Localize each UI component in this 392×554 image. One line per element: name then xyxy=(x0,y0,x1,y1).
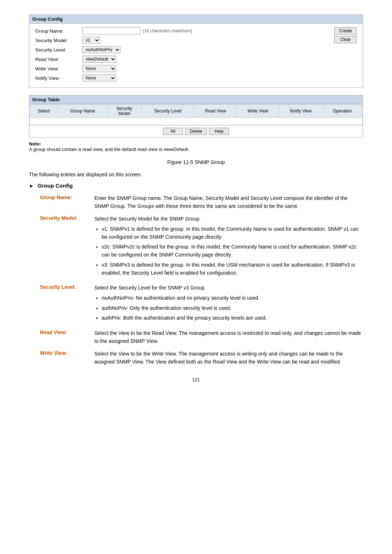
notify-view-control: None viewDefault xyxy=(82,74,334,82)
delete-button[interactable]: Delete xyxy=(185,128,207,135)
group-config-panel: Group Config Group Name: (16 characters … xyxy=(29,15,363,88)
def-desc-write-view: Select the View to be the Write View. Th… xyxy=(94,350,363,366)
all-button[interactable]: All xyxy=(163,128,183,135)
def-term-security-model: Security Model: xyxy=(29,215,87,279)
def-term-read-view: Read View: xyxy=(29,329,87,345)
section-heading-text: Group Config xyxy=(38,182,73,189)
list-item-noauthnopriv: noAuthNoPriv: No authentication and no p… xyxy=(102,294,363,302)
page-number: 121 xyxy=(29,377,363,382)
def-desc-read-view: Select the View to be the Read View. The… xyxy=(94,329,363,345)
def-term-write-view: Write View: xyxy=(29,350,87,366)
read-view-label: Read View: xyxy=(35,57,82,62)
security-level-row: Security Level: noAuthNoPriv authNoPriv … xyxy=(35,46,334,53)
security-model-select[interactable]: v1 v2c v3 xyxy=(82,37,100,44)
read-view-row: Read View: viewDefault None xyxy=(35,56,334,63)
notify-view-select[interactable]: None viewDefault xyxy=(82,74,116,82)
col-security-model: SecurityModel xyxy=(107,104,142,118)
section-arrow-icon: ► xyxy=(29,183,34,189)
def-desc-security-level: Select the Security Level for the SNMP v… xyxy=(94,284,363,324)
group-name-control: (16 characters maximum) xyxy=(82,27,334,34)
section-heading: ► Group Config xyxy=(29,182,363,189)
write-view-label: Write View: xyxy=(35,66,82,71)
write-view-control: None viewDefault xyxy=(82,65,334,72)
def-row-read-view: Read View: Select the View to be the Rea… xyxy=(29,329,363,345)
note-title: Note: xyxy=(29,141,41,147)
group-table: Select Group Name SecurityModel Security… xyxy=(29,104,363,125)
list-item-v2c: v2c: SNMPv2c is defined for the group. I… xyxy=(102,243,363,259)
read-view-select[interactable]: viewDefault None xyxy=(82,56,116,63)
list-item-v3: v3: SNMPv3 is defined for the group. In … xyxy=(102,261,363,277)
security-level-label: Security Level: xyxy=(35,47,82,53)
write-view-select[interactable]: None viewDefault xyxy=(82,65,116,72)
read-view-control: viewDefault None xyxy=(82,56,334,63)
col-operation: Operation xyxy=(323,104,362,118)
figure-caption: Figure 11-5 SNMP Group xyxy=(29,159,363,165)
col-write-view: Write View xyxy=(237,104,279,118)
security-level-select[interactable]: noAuthNoPriv authNoPriv authPriv xyxy=(82,46,121,53)
group-name-input[interactable] xyxy=(82,27,140,34)
list-item-authpriv: authPriv: Both the authentication and th… xyxy=(102,314,363,322)
def-row-write-view: Write View: Select the View to be the Wr… xyxy=(29,350,363,366)
security-level-control: noAuthNoPriv authNoPriv authPriv xyxy=(82,46,334,53)
def-row-group-name: Group Name: Enter the SNMP Group name. T… xyxy=(29,194,363,210)
def-row-security-model: Security Model: Select the Security Mode… xyxy=(29,215,363,279)
write-view-row: Write View: None viewDefault xyxy=(35,65,334,72)
group-table-title: Group Table xyxy=(29,95,363,104)
notify-view-label: Notify View: xyxy=(35,75,82,81)
col-select: Select xyxy=(30,104,58,118)
list-item-authnopriv: authNoPriv: Only the authentication secu… xyxy=(102,304,363,312)
def-desc-security-model: Select the Security Model for the SNMP G… xyxy=(94,215,363,279)
def-term-group-name: Group Name: xyxy=(29,194,87,210)
notify-view-row: Notify View: None viewDefault xyxy=(35,74,334,82)
create-button[interactable]: Create xyxy=(334,27,357,34)
security-model-label: Security Model: xyxy=(35,38,82,43)
group-config-panel-body: Group Name: (16 characters maximum) Secu… xyxy=(29,24,363,87)
security-model-row: Security Model: v1 v2c v3 xyxy=(35,37,334,44)
note-section: Note: A group should contain a read view… xyxy=(29,141,363,152)
col-notify-view: Notify View xyxy=(279,104,323,118)
table-action-buttons: All Delete Help xyxy=(29,125,363,137)
definitions-table: Group Name: Enter the SNMP Group name. T… xyxy=(29,194,363,366)
note-text: A group should contain a read view, and … xyxy=(29,147,363,152)
def-row-security-level: Security Level: Select the Security Leve… xyxy=(29,284,363,324)
def-desc-group-name: Enter the SNMP Group name. The Group Nam… xyxy=(94,194,363,210)
empty-row xyxy=(30,118,363,125)
help-button[interactable]: Help xyxy=(209,128,229,135)
col-read-view: Read View xyxy=(194,104,237,118)
security-model-control: v1 v2c v3 xyxy=(82,37,334,44)
body-text: The following entries are displayed on t… xyxy=(29,172,363,177)
col-security-level: Security Level xyxy=(142,104,194,118)
group-config-panel-title: Group Config xyxy=(29,15,363,24)
col-group-name: Group Name xyxy=(58,104,107,118)
config-buttons: Create Clear xyxy=(334,27,357,84)
group-name-row: Group Name: (16 characters maximum) xyxy=(35,27,334,34)
clear-button[interactable]: Clear xyxy=(334,36,357,43)
group-name-label: Group Name: xyxy=(35,28,82,34)
group-table-panel: Group Table Select Group Name SecurityMo… xyxy=(29,95,363,138)
group-name-hint: (16 characters maximum) xyxy=(143,28,192,33)
list-item-v1: v1: SNMPv1 is defined for the group. In … xyxy=(102,225,363,241)
def-term-security-level: Security Level: xyxy=(29,284,87,324)
